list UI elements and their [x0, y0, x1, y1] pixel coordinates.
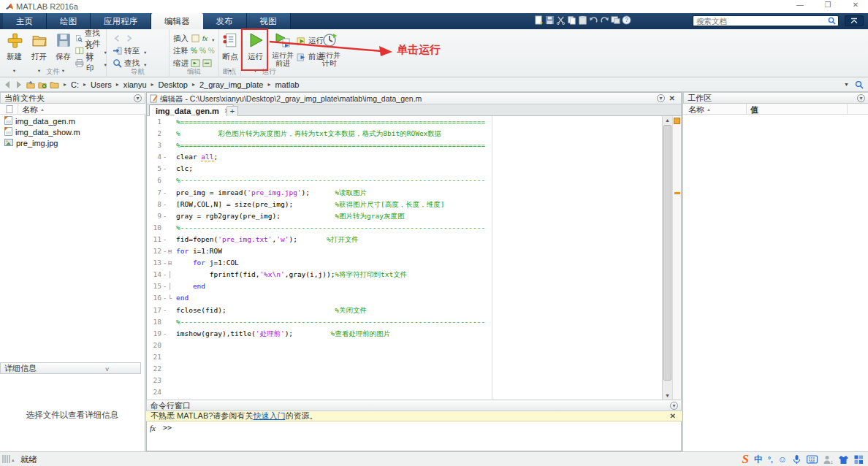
- minimize-button[interactable]: —: [789, 0, 811, 12]
- code-line[interactable]: 10%-------------------------------------…: [147, 222, 662, 234]
- save-icon[interactable]: [545, 15, 555, 25]
- editor-scrollbar[interactable]: ▲ ▼: [662, 116, 672, 400]
- breadcrumb-part[interactable]: Users: [91, 80, 112, 89]
- editor-close-icon[interactable]: ✕: [669, 93, 675, 104]
- new-button[interactable]: 新建: [2, 31, 26, 67]
- new-tab-button[interactable]: +: [226, 106, 238, 116]
- code-line[interactable]: 16-└end: [147, 292, 662, 304]
- ribbon-tab-4[interactable]: 编辑器: [151, 13, 203, 29]
- ribbon-tab-3[interactable]: 应用程序: [91, 13, 151, 29]
- undo-icon[interactable]: [589, 15, 598, 25]
- sogou-logo-icon[interactable]: S: [742, 452, 748, 466]
- help-icon[interactable]: ?: [622, 15, 631, 25]
- code-line[interactable]: 3%======================================…: [147, 140, 662, 151]
- breadcrumb-part[interactable]: Desktop: [159, 80, 188, 89]
- ime-punctuation-icon[interactable]: °,: [768, 456, 773, 464]
- name-column-header[interactable]: 名称: [22, 104, 45, 115]
- status-grip-arrow-icon[interactable]: ▴: [12, 457, 15, 463]
- details-header[interactable]: 详细信息 ˅: [0, 362, 141, 374]
- panel-menu-icon[interactable]: [134, 94, 142, 102]
- code-line[interactable]: 18%-------------------------------------…: [147, 316, 662, 328]
- code-line[interactable]: 7-pre_img = imread('pre_img.jpg'); %读取图片: [147, 187, 662, 199]
- goto-button[interactable]: 转至: [113, 45, 167, 57]
- code-line[interactable]: 5-clc;: [147, 163, 662, 175]
- nav-back-forward[interactable]: [113, 32, 167, 45]
- editor-tab[interactable]: img_data_gen.m ✕: [149, 104, 234, 116]
- analyzer-summary-icon[interactable]: [674, 118, 680, 124]
- scrollbar-thumb[interactable]: [663, 125, 671, 381]
- breakpoints-button[interactable]: 断点: [218, 31, 242, 67]
- quick-start-link[interactable]: 快速入门: [253, 411, 285, 420]
- analyzer-warning-tick[interactable]: [674, 192, 680, 194]
- run-advance-button[interactable]: 运行并 前进: [270, 31, 295, 67]
- code-line[interactable]: 6%--------------------------------------…: [147, 175, 662, 186]
- code-line[interactable]: 1%======================================…: [147, 116, 662, 128]
- scroll-up-icon[interactable]: ▲: [663, 116, 672, 125]
- insert-button[interactable]: 插入 fx: [173, 32, 218, 45]
- code-line[interactable]: 17-fclose(fid); %关闭文件: [147, 305, 662, 316]
- save-button[interactable]: 保存: [51, 31, 75, 67]
- address-dropdown-icon[interactable]: ▼: [844, 82, 849, 87]
- redo-icon[interactable]: [600, 15, 609, 25]
- details-chevron-icon[interactable]: ˅: [105, 364, 109, 375]
- layout-icon[interactable]: [611, 15, 620, 25]
- browse-folder-icon[interactable]: [38, 80, 47, 89]
- search-docs-input[interactable]: [693, 15, 839, 26]
- breadcrumb[interactable]: ▸C:▸Users▸xianyu▸Desktop▸2_gray_img_plat…: [50, 80, 299, 89]
- paste-icon[interactable]: [578, 15, 587, 25]
- ime-emoji-icon[interactable]: ☺: [778, 454, 787, 465]
- breadcrumb-part[interactable]: matlab: [275, 80, 299, 89]
- code-line[interactable]: 12-⊟for i=1:ROW: [147, 245, 662, 257]
- code-line[interactable]: 14-│ fprintf(fid,'%x\n',gray(i,j));%将字符打…: [147, 269, 662, 280]
- ime-skin-person-icon[interactable]: 12: [823, 455, 833, 465]
- up-folder-icon[interactable]: [26, 80, 35, 89]
- run-time-button[interactable]: 运行并 计时: [317, 31, 342, 67]
- search-icon[interactable]: [828, 17, 836, 25]
- workspace-menu-icon[interactable]: [857, 94, 865, 102]
- code-line[interactable]: 20: [147, 340, 662, 351]
- ribbon-tab-1[interactable]: 主页: [3, 13, 47, 29]
- editor-menu-icon[interactable]: [657, 94, 665, 102]
- back-icon[interactable]: [3, 80, 12, 89]
- breadcrumb-part[interactable]: 2_gray_img_plate: [199, 80, 263, 89]
- code-line[interactable]: 9-gray = rgb2gray(pre_img); %图片转为gray灰度图: [147, 210, 662, 222]
- command-menu-icon[interactable]: [670, 402, 678, 410]
- new-script-icon[interactable]: [534, 15, 544, 25]
- maximize-button[interactable]: ❐: [817, 0, 839, 12]
- ribbon-tab-5[interactable]: 发布: [203, 13, 247, 29]
- run-button[interactable]: 运行: [243, 31, 267, 67]
- file-row[interactable]: img_data_show.m: [0, 126, 145, 137]
- close-button[interactable]: ✕: [845, 0, 867, 12]
- code-line[interactable]: 22: [147, 363, 662, 375]
- forward-icon[interactable]: [15, 80, 23, 89]
- ime-grid-icon[interactable]: [854, 455, 864, 465]
- code-line[interactable]: 11-fid=fopen('pre_img.txt','w'); %打开文件: [147, 234, 662, 245]
- code-line[interactable]: 8-[ROW,COL,N] = size(pre_img); %获得图片尺寸[高…: [147, 199, 662, 210]
- code-line[interactable]: 2% 彩色图片转为灰度图片，再转为txt文本数据，格式为8bit的ROWex数据: [147, 128, 662, 140]
- command-prompt[interactable]: >>: [163, 424, 172, 432]
- notice-close-icon[interactable]: ✕: [670, 411, 676, 421]
- ribbon-tab-6[interactable]: 视图: [247, 13, 291, 29]
- ime-keyboard-icon[interactable]: [807, 455, 818, 464]
- ribbon-tab-2[interactable]: 绘图: [47, 13, 91, 29]
- code-line[interactable]: 21: [147, 351, 662, 363]
- ime-chinese-icon[interactable]: 中: [754, 454, 763, 466]
- ime-mic-icon[interactable]: [792, 454, 802, 465]
- file-row[interactable]: img_data_gen.m: [0, 115, 145, 126]
- open-button[interactable]: 打开: [27, 31, 51, 67]
- workspace-column-header[interactable]: 名称 值: [683, 104, 868, 115]
- code-line[interactable]: 19-imshow(gray),title('处理前'); %查看处理前的图片: [147, 328, 662, 340]
- breadcrumb-part[interactable]: xianyu: [123, 80, 147, 89]
- folder-column-header[interactable]: 名称: [0, 104, 145, 115]
- ime-skin-shirt-icon[interactable]: [838, 455, 849, 465]
- status-grip-icon[interactable]: [2, 455, 10, 463]
- comment-button[interactable]: 注释 % % %: [173, 45, 218, 57]
- breadcrumb-part[interactable]: C:: [71, 80, 79, 89]
- cut-icon[interactable]: [556, 15, 566, 25]
- address-search-icon[interactable]: [855, 80, 864, 89]
- workspace-value-column[interactable]: 值: [750, 104, 758, 115]
- code-line[interactable]: 23: [147, 375, 662, 386]
- copy-icon[interactable]: [567, 15, 576, 25]
- code-line[interactable]: 13-⊟ for j=1:COL: [147, 257, 662, 269]
- code-line[interactable]: 15-│ end: [147, 280, 662, 292]
